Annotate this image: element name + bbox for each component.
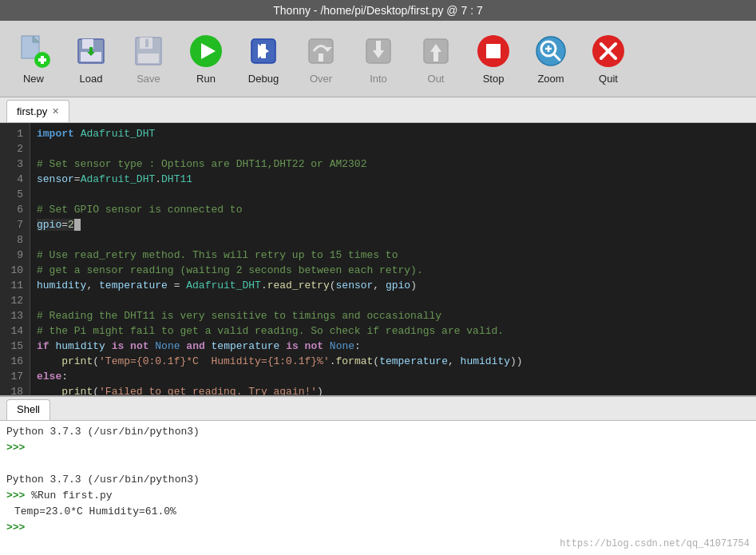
save-label: Save	[137, 73, 160, 85]
over-icon	[303, 33, 339, 69]
run-label: Run	[196, 73, 216, 85]
line-num: 3	[6, 157, 23, 172]
quit-button[interactable]: Quit	[580, 27, 637, 91]
zoom-icon	[532, 33, 569, 69]
svg-rect-19	[261, 44, 266, 58]
shell-url: https://blog.csdn.net/qq_41071754	[560, 536, 750, 552]
svg-rect-10	[89, 47, 93, 54]
line-num: 9	[6, 248, 23, 263]
tabs-bar: first.py ✕	[0, 97, 756, 123]
zoom-button[interactable]: Zoom	[522, 27, 580, 91]
out-button[interactable]: Out	[407, 27, 465, 91]
title-text: Thonny - /home/pi/Desktop/first.py @ 7 :…	[273, 4, 482, 17]
shell-area: Shell Python 3.7.3 (/usr/bin/python3) >>…	[0, 395, 756, 555]
title-bar: Thonny - /home/pi/Desktop/first.py @ 7 :…	[0, 0, 756, 21]
svg-rect-24	[376, 41, 381, 52]
shell-prompt: >>>	[6, 442, 25, 454]
line-num: 8	[6, 232, 23, 248]
debug-icon	[245, 33, 282, 69]
shell-tab[interactable]: Shell	[6, 399, 50, 420]
debug-button[interactable]: Debug	[235, 27, 292, 91]
file-tab[interactable]: first.py ✕	[6, 100, 69, 122]
shell-result: Temp=23.0*C Humidity=61.0%	[6, 504, 750, 520]
zoom-label: Zoom	[537, 73, 564, 85]
tab-close-button[interactable]: ✕	[52, 106, 59, 117]
line-num: 1	[6, 126, 23, 141]
save-icon	[130, 33, 167, 69]
save-button[interactable]: Save	[120, 27, 177, 91]
over-label: Over	[310, 73, 332, 85]
into-button[interactable]: Into	[350, 27, 407, 91]
line-num: 10	[6, 263, 23, 278]
shell-prompt: >>>	[6, 490, 25, 501]
line-num: 2	[6, 141, 23, 157]
stop-icon	[475, 33, 512, 69]
over-button[interactable]: Over	[292, 27, 350, 91]
code-editor[interactable]: import Adafruit_DHT # Set sensor type : …	[30, 123, 756, 395]
stop-button[interactable]: Stop	[465, 27, 522, 91]
out-label: Out	[428, 73, 445, 85]
line-num: 14	[6, 323, 23, 339]
load-button[interactable]: Load	[62, 27, 120, 91]
line-num: 16	[6, 354, 23, 369]
load-label: Load	[80, 73, 103, 85]
into-icon	[360, 33, 397, 69]
line-num: 13	[6, 308, 23, 323]
line-num: 7	[6, 217, 23, 232]
into-label: Into	[370, 73, 387, 85]
shell-tabs: Shell	[0, 397, 756, 421]
new-icon	[15, 33, 52, 69]
line-numbers: 1 2 3 4 5 6 7 8 9 10 11 12 13 14 15 16 1…	[0, 123, 30, 395]
new-label: New	[23, 73, 44, 85]
svg-rect-13	[138, 54, 159, 63]
editor-area: 1 2 3 4 5 6 7 8 9 10 11 12 13 14 15 16 1…	[0, 123, 756, 395]
line-num: 17	[6, 369, 23, 384]
shell-cmd: %Run first.py	[25, 490, 112, 501]
shell-line: Python 3.7.3 (/usr/bin/python3)	[6, 424, 750, 440]
load-icon	[73, 33, 109, 69]
run-button[interactable]: Run	[177, 27, 235, 91]
debug-label: Debug	[248, 73, 279, 85]
svg-rect-22	[319, 54, 323, 61]
svg-rect-4	[41, 56, 44, 64]
line-num: 12	[6, 293, 23, 308]
quit-icon	[590, 33, 627, 69]
quit-label: Quit	[599, 73, 618, 85]
line-num: 11	[6, 278, 23, 293]
line-num: 4	[6, 172, 23, 187]
line-num: 18	[6, 384, 23, 395]
shell-line: >>>	[6, 440, 750, 456]
shell-line: >>>	[6, 520, 750, 536]
new-button[interactable]: New	[5, 27, 62, 91]
stop-label: Stop	[483, 73, 505, 85]
shell-tab-label: Shell	[17, 403, 40, 415]
run-icon	[188, 33, 224, 69]
line-num: 5	[6, 187, 23, 202]
toolbar: New Load Save	[0, 21, 756, 97]
shell-line: >>> %Run first.py	[6, 488, 750, 504]
line-num: 6	[6, 202, 23, 217]
shell-line: Python 3.7.3 (/usr/bin/python3)	[6, 472, 750, 488]
svg-rect-14	[145, 39, 148, 47]
out-icon	[418, 33, 454, 69]
shell-prompt: >>>	[6, 521, 25, 533]
svg-rect-27	[433, 50, 438, 61]
line-num: 15	[6, 339, 23, 354]
svg-rect-30	[486, 44, 501, 58]
tab-filename: first.py	[17, 105, 47, 117]
shell-content[interactable]: Python 3.7.3 (/usr/bin/python3) >>> Pyth…	[0, 421, 756, 555]
shell-line	[6, 456, 750, 472]
